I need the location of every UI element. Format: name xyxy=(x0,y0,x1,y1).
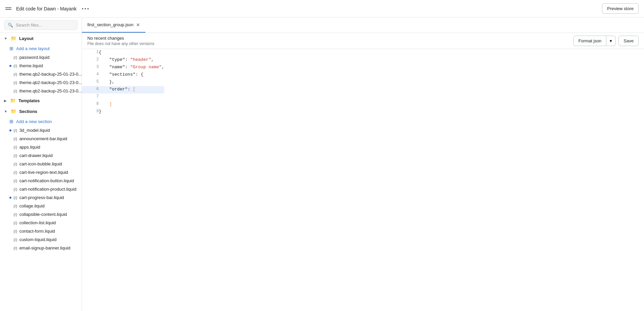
section-item-label: contact-form.liquid xyxy=(19,229,55,234)
section-item-cart-live-region[interactable]: {/} cart-live-region-text.liquid xyxy=(0,168,82,177)
sections-chevron: ▼ xyxy=(4,110,7,113)
code-line xyxy=(99,93,164,101)
templates-group-label: Templates xyxy=(18,98,40,103)
save-button[interactable]: Save xyxy=(618,36,639,46)
code-line: "sections": { xyxy=(99,71,164,79)
format-dropdown-button[interactable]: ▾ xyxy=(606,36,616,46)
file-tab[interactable]: first_section_group.json ✕ xyxy=(82,17,145,33)
format-json-button[interactable]: Format json xyxy=(573,36,607,46)
section-item-cart-icon-bubble[interactable]: {/} cart-icon-bubble.liquid xyxy=(0,160,82,168)
layout-item-theme-backup2[interactable]: {/} theme.qb2-backup-25-01-23-0... xyxy=(0,78,82,87)
section-item-email-signup[interactable]: {/} email-signup-banner.liquid xyxy=(0,244,82,252)
line-number: 2 xyxy=(82,56,99,64)
liquid-file-icon: {/} xyxy=(13,145,17,149)
section-item-label: cart-drawer.liquid xyxy=(19,153,53,158)
table-row: 7 xyxy=(82,93,164,101)
line-number: 5 xyxy=(82,79,99,86)
nav-menu-icon[interactable] xyxy=(5,5,12,12)
layout-item-label: theme.qb2-backup-25-01-23-0... xyxy=(19,80,82,85)
liquid-file-icon: {/} xyxy=(13,196,17,200)
add-layout-label: Add a new layout xyxy=(16,46,50,51)
section-item-label: cart-live-region-text.liquid xyxy=(19,170,68,175)
section-item-apps[interactable]: {/} apps.liquid xyxy=(0,143,82,151)
layout-item-theme-backup1[interactable]: {/} theme.qb2-backup-25-01-23-0... xyxy=(0,70,82,78)
layout-item-theme-backup3[interactable]: {/} theme.qb2-backup-25-01-23-0... xyxy=(0,87,82,95)
editor-area: first_section_group.json ✕ No recent cha… xyxy=(82,17,644,311)
table-row: 9 } xyxy=(82,108,164,116)
layout-item-label: theme.liquid xyxy=(19,63,43,68)
table-row: 4 "sections": { xyxy=(82,71,164,79)
line-number: 7 xyxy=(82,93,99,101)
dot-placeholder xyxy=(9,155,11,157)
section-item-announcement[interactable]: {/} announcement-bar.liquid xyxy=(0,134,82,143)
status-right: Format json ▾ Save xyxy=(573,36,639,46)
tab-filename: first_section_group.json xyxy=(87,22,133,27)
liquid-file-icon: {/} xyxy=(13,162,17,166)
liquid-file-icon: {/} xyxy=(13,154,17,158)
liquid-file-icon: {/} xyxy=(13,212,17,217)
section-item-cart-notification-btn[interactable]: {/} cart-notification-button.liquid xyxy=(0,177,82,185)
section-item-label: cart-notification-product.liquid xyxy=(19,187,77,192)
add-section-icon: ⊞ xyxy=(9,119,13,124)
search-input[interactable] xyxy=(16,23,74,28)
dot-placeholder xyxy=(9,230,11,232)
section-item-3dmodel[interactable]: {/} 3d_model.liquid xyxy=(0,126,82,134)
liquid-file-icon: {/} xyxy=(13,137,17,141)
dot-placeholder xyxy=(9,188,11,190)
code-line: "type": "header", xyxy=(99,56,164,64)
add-layout-link[interactable]: ⊞ Add a new layout xyxy=(0,44,82,53)
dot-placeholder xyxy=(9,213,11,216)
dot-placeholder xyxy=(9,90,11,92)
liquid-file-icon: {/} xyxy=(13,81,17,85)
modified-dot xyxy=(9,197,11,199)
dot-placeholder xyxy=(9,239,11,241)
section-item-label: cart-icon-bubble.liquid xyxy=(19,161,62,166)
layout-item-password[interactable]: {/} password.liquid xyxy=(0,53,82,62)
layout-item-label: theme.qb2-backup-25-01-23-0... xyxy=(19,88,82,93)
code-line: "order": [ xyxy=(99,86,164,93)
search-input-wrap[interactable]: 🔍 xyxy=(4,20,78,30)
layout-item-theme[interactable]: {/} theme.liquid xyxy=(0,62,82,70)
section-item-collage[interactable]: {/} collage.liquid xyxy=(0,202,82,210)
tab-close-button[interactable]: ✕ xyxy=(136,23,140,27)
more-options-button[interactable] xyxy=(81,7,90,11)
templates-folder-icon: 📁 xyxy=(10,98,16,103)
topbar-title: Edit code for Dawn - Mayank xyxy=(16,6,77,11)
sections-group-header[interactable]: ▼ 📁 Sections xyxy=(0,106,82,117)
section-item-label: apps.liquid xyxy=(19,145,40,150)
preview-store-button[interactable]: Preview store xyxy=(602,3,639,14)
line-number: 8 xyxy=(82,101,99,108)
section-item-label: cart-progress-bar.liquid xyxy=(19,195,64,200)
liquid-file-icon: {/} xyxy=(13,89,17,93)
dot-placeholder xyxy=(9,73,11,75)
line-number: 9 xyxy=(82,108,99,116)
liquid-file-icon: {/} xyxy=(13,170,17,174)
code-editor[interactable]: 1 { 2 "type": "header", 3 "name": "Group… xyxy=(82,49,644,311)
status-subtitle: File does not have any other versions xyxy=(87,41,154,46)
dot-placeholder xyxy=(9,222,11,224)
section-item-cart-notification-product[interactable]: {/} cart-notification-product.liquid xyxy=(0,185,82,193)
add-section-link[interactable]: ⊞ Add a new section xyxy=(0,117,82,126)
section-item-label: announcement-bar.liquid xyxy=(19,136,67,141)
dot-placeholder xyxy=(9,247,11,249)
templates-group-header[interactable]: ▶ 📁 Templates xyxy=(0,95,82,106)
dot-placeholder xyxy=(9,171,11,173)
liquid-file-icon: {/} xyxy=(13,204,17,208)
table-row: 3 "name": "Group name", xyxy=(82,64,164,71)
liquid-file-icon: {/} xyxy=(13,128,17,132)
section-item-contact-form[interactable]: {/} contact-form.liquid xyxy=(0,227,82,235)
layout-group-header[interactable]: ▼ 📁 Layout xyxy=(0,33,82,44)
line-number: 3 xyxy=(82,64,99,71)
section-item-custom-liquid[interactable]: {/} custom-liquid.liquid xyxy=(0,235,82,244)
section-item-collapsible[interactable]: {/} collapsible-content.liquid xyxy=(0,210,82,219)
code-line: { xyxy=(99,49,164,56)
liquid-file-icon: {/} xyxy=(13,238,17,242)
modified-dot xyxy=(9,65,11,67)
section-item-label: custom-liquid.liquid xyxy=(19,237,57,242)
section-item-cart-progress-bar[interactable]: {/} cart-progress-bar.liquid xyxy=(0,193,82,202)
section-item-collection-list[interactable]: {/} collection-list.liquid xyxy=(0,219,82,227)
sections-folder-icon: 📁 xyxy=(11,109,16,114)
liquid-file-icon: {/} xyxy=(13,246,17,250)
status-bar: No recent changes File does not have any… xyxy=(82,33,644,49)
section-item-cart-drawer[interactable]: {/} cart-drawer.liquid xyxy=(0,151,82,160)
